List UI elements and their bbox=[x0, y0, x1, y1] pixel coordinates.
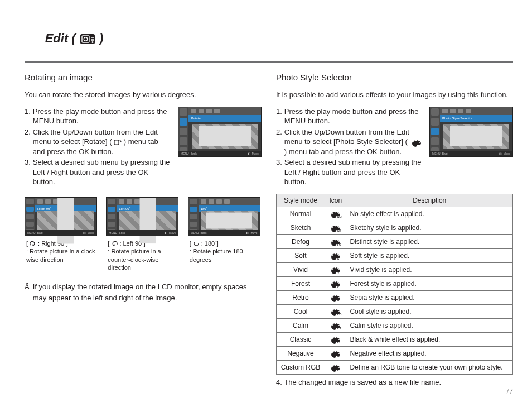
style-desc-cell: Sketchy style is applied. bbox=[346, 221, 513, 234]
style-icon-cell: CL bbox=[325, 332, 346, 346]
palette-icon: V bbox=[329, 265, 342, 274]
svg-point-36 bbox=[337, 281, 338, 283]
camera-screen-small: 180˚MENUBack◧Move bbox=[188, 197, 260, 236]
steps-list: 1.Press the play mode button and press t… bbox=[25, 107, 172, 188]
arrow-ccw-icon bbox=[111, 241, 118, 246]
svg-point-47 bbox=[338, 311, 340, 312]
svg-point-9 bbox=[332, 213, 333, 214]
table-row: CoolCOCool style is applied. bbox=[277, 304, 513, 318]
svg-point-19 bbox=[332, 241, 333, 242]
style-icon-cell: V bbox=[325, 262, 346, 276]
table-header: Icon bbox=[325, 194, 346, 207]
table-row: CalmCACalm style is applied. bbox=[277, 318, 513, 332]
caption-desc: : Rotate picture 180 degrees bbox=[190, 247, 262, 264]
move-label: Move bbox=[252, 152, 259, 155]
menu-icon: MENU bbox=[109, 231, 117, 234]
svg-point-57 bbox=[338, 339, 340, 340]
intro-text: You can rotate the stored images by vari… bbox=[25, 90, 262, 100]
svg-point-17 bbox=[338, 227, 340, 228]
svg-point-8 bbox=[419, 142, 420, 143]
rotation-option: 180˚MENUBack◧Move[ : 180˚]: Rotate pictu… bbox=[188, 197, 262, 271]
svg-point-56 bbox=[337, 337, 338, 338]
svg-rect-4 bbox=[114, 140, 119, 145]
camera-screen: Photo Style Selector MENU Back ◧ Move bbox=[429, 107, 513, 157]
svg-point-31 bbox=[337, 267, 338, 269]
style-desc-cell: Cool style is applied. bbox=[346, 304, 513, 318]
svg-point-49 bbox=[332, 324, 333, 326]
section-heading-rotating: Rotating an image bbox=[25, 73, 262, 84]
svg-point-16 bbox=[337, 226, 338, 227]
dpad-icon: ◧ bbox=[165, 231, 167, 234]
title-suffix: ) bbox=[96, 31, 103, 45]
style-mode-cell: Negative bbox=[277, 346, 325, 360]
palette-icon: C bbox=[329, 363, 342, 372]
svg-point-12 bbox=[338, 213, 340, 214]
step-4-text: The changed image is saved as a new file… bbox=[284, 378, 441, 386]
style-mode-cell: Retro bbox=[277, 290, 325, 304]
step-number: 1. bbox=[25, 107, 31, 126]
svg-point-55 bbox=[335, 337, 336, 338]
left-column: Rotating an image You can rotate the sto… bbox=[25, 73, 262, 386]
edit-menu-icon bbox=[80, 34, 95, 44]
style-icon-cell: C bbox=[325, 360, 346, 374]
svg-point-24 bbox=[332, 255, 333, 256]
style-icon-cell: SK bbox=[325, 221, 346, 234]
svg-point-51 bbox=[337, 323, 338, 324]
svg-point-44 bbox=[332, 310, 333, 312]
style-mode-cell: Classic bbox=[277, 332, 325, 346]
palette-icon: S bbox=[329, 251, 342, 260]
dpad-icon: ◧ bbox=[248, 152, 250, 155]
style-desc-cell: Black & white effect is applied. bbox=[346, 332, 513, 346]
palette-icon: FO bbox=[329, 237, 342, 246]
title-prefix: Edit ( bbox=[45, 31, 79, 45]
style-table: Style modeIconDescription NormalNORNo st… bbox=[276, 194, 513, 375]
menu-icon: MENU bbox=[27, 231, 36, 234]
back-label: Back bbox=[37, 231, 43, 234]
palette-icon: R bbox=[329, 293, 342, 302]
style-mode-cell: Cool bbox=[277, 304, 325, 318]
step-number: 1. bbox=[276, 107, 282, 126]
arrow-cw-icon bbox=[30, 241, 36, 246]
style-icon-cell: N bbox=[325, 346, 346, 360]
svg-point-20 bbox=[335, 239, 336, 240]
move-label: Move bbox=[504, 152, 510, 155]
svg-point-5 bbox=[413, 141, 414, 142]
style-mode-cell: Calm bbox=[277, 318, 325, 332]
svg-point-40 bbox=[335, 295, 336, 296]
move-label: Move bbox=[169, 231, 176, 234]
svg-text:NOR: NOR bbox=[337, 215, 342, 218]
svg-point-60 bbox=[335, 351, 336, 352]
back-label: Back bbox=[191, 152, 197, 155]
step-text: Click the Up/Down button from the Edit m… bbox=[33, 127, 172, 157]
screenshot-rotate-main: Rotate MENU Back ◧ Move bbox=[178, 107, 262, 188]
svg-point-11 bbox=[337, 212, 338, 213]
step-number: 3. bbox=[25, 157, 31, 187]
page-title-row: Edit ( ) bbox=[25, 17, 513, 63]
palette-icon: CA bbox=[329, 321, 342, 330]
svg-point-54 bbox=[332, 338, 333, 339]
svg-point-41 bbox=[337, 295, 338, 296]
steps-list: 1.Press the play mode button and press t… bbox=[276, 107, 424, 188]
caption-desc: : Rotate picture in a clock-wise directi… bbox=[26, 247, 98, 264]
svg-text:R: R bbox=[337, 299, 340, 302]
table-row: SoftSSoft style is applied. bbox=[277, 248, 513, 262]
svg-point-15 bbox=[335, 225, 336, 226]
note-mark-icon: Ä bbox=[25, 281, 30, 303]
palette-icon: SK bbox=[329, 223, 342, 232]
svg-point-65 bbox=[335, 365, 336, 366]
style-icon-cell: F bbox=[325, 276, 346, 290]
rotation-caption: [ : 180˚]: Rotate picture 180 degrees bbox=[188, 240, 262, 264]
step-number: 3. bbox=[276, 157, 282, 187]
camera-screen: Rotate MENU Back ◧ Move bbox=[178, 107, 262, 157]
svg-point-6 bbox=[415, 140, 416, 141]
style-mode-cell: Custom RGB bbox=[277, 360, 325, 374]
menu-icon: MENU bbox=[181, 152, 189, 155]
svg-text:FO: FO bbox=[337, 243, 341, 246]
camera-screen-small: Left 90˚MENUBack◧Move bbox=[106, 197, 178, 236]
svg-point-50 bbox=[335, 323, 336, 324]
intro-text: It is possible to add various effects to… bbox=[276, 90, 513, 100]
style-mode-cell: Vivid bbox=[277, 262, 325, 276]
svg-point-61 bbox=[337, 351, 338, 352]
rotation-options-row: Right 90˚MENUBack◧Move[ : Right 90˚]: Ro… bbox=[25, 197, 262, 271]
style-mode-cell: Forest bbox=[277, 276, 325, 290]
